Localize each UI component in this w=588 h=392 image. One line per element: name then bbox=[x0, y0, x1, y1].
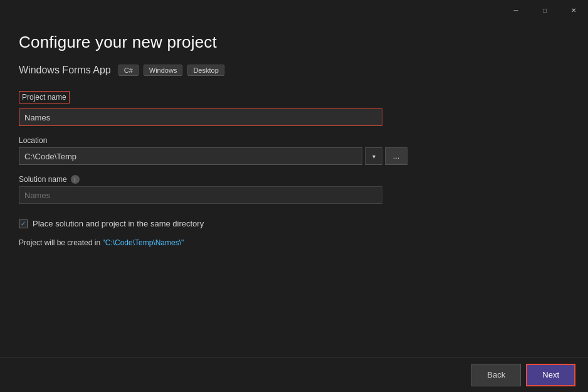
solution-name-label: Solution name i bbox=[19, 175, 569, 184]
project-name-input[interactable] bbox=[19, 109, 382, 126]
solution-name-group: Solution name i bbox=[19, 175, 569, 204]
location-row: ▾ ... bbox=[19, 147, 569, 165]
app-type-name: Windows Forms App bbox=[19, 65, 111, 76]
project-name-label: Project name bbox=[19, 91, 70, 103]
project-name-group: Project name bbox=[19, 91, 569, 126]
maximize-button[interactable]: □ bbox=[530, 0, 559, 20]
next-button[interactable]: Next bbox=[526, 364, 575, 386]
configure-project-window: ─ □ ✕ Configure your new project Windows… bbox=[0, 0, 588, 392]
same-directory-checkbox[interactable]: ✓ bbox=[19, 220, 28, 228]
project-path-value: "C:\Code\Temp\Names\" bbox=[102, 238, 184, 247]
tag-desktop: Desktop bbox=[187, 65, 224, 76]
minimize-button[interactable]: ─ bbox=[501, 0, 530, 20]
page-title: Configure your new project bbox=[19, 33, 569, 52]
location-group: Location ▾ ... bbox=[19, 136, 569, 165]
location-input[interactable] bbox=[19, 147, 362, 165]
location-dropdown-button[interactable]: ▾ bbox=[365, 147, 382, 165]
project-path-prefix: Project will be created in bbox=[19, 238, 102, 247]
title-bar-buttons: ─ □ ✕ bbox=[501, 0, 588, 20]
checkmark-icon: ✓ bbox=[21, 220, 26, 227]
tag-windows: Windows bbox=[144, 65, 183, 76]
browse-button[interactable]: ... bbox=[385, 147, 407, 165]
tag-csharp: C# bbox=[118, 65, 139, 76]
location-label: Location bbox=[19, 136, 569, 145]
close-button[interactable]: ✕ bbox=[559, 0, 588, 20]
app-type-row: Windows Forms App C# Windows Desktop bbox=[19, 65, 569, 76]
bottom-bar: Back Next bbox=[0, 357, 588, 392]
back-button[interactable]: Back bbox=[471, 364, 521, 386]
same-directory-label: Place solution and project in the same d… bbox=[33, 219, 204, 228]
title-bar: ─ □ ✕ bbox=[0, 0, 588, 20]
same-directory-checkbox-row[interactable]: ✓ Place solution and project in the same… bbox=[19, 219, 569, 228]
main-content: Configure your new project Windows Forms… bbox=[0, 20, 588, 357]
solution-name-info-icon[interactable]: i bbox=[71, 175, 80, 184]
solution-name-input[interactable] bbox=[19, 186, 382, 204]
project-path-info: Project will be created in "C:\Code\Temp… bbox=[19, 238, 569, 247]
